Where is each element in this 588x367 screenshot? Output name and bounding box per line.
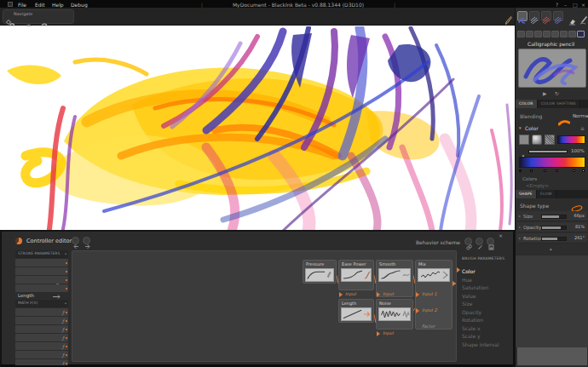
brush-param-shape-interval[interactable]: Shape interval xyxy=(462,341,511,348)
brush-preview-box[interactable] xyxy=(518,49,586,88)
opacity-slider[interactable] xyxy=(541,226,567,230)
gradient-editor-bar[interactable] xyxy=(519,157,585,168)
brush-slot-3[interactable] xyxy=(541,11,551,21)
pan-hand-tool-icon[interactable] xyxy=(26,17,32,24)
gradient-stop-black[interactable] xyxy=(519,169,522,172)
gradient-stop-blue[interactable] xyxy=(530,169,533,172)
brush-thumbnail-7[interactable] xyxy=(568,31,576,37)
painting-artwork[interactable] xyxy=(0,26,515,230)
size-expand-icon[interactable]: ▸ xyxy=(519,215,521,218)
brush-param-rotation[interactable]: Rotation xyxy=(462,316,511,324)
brush-pen-tool-icon[interactable] xyxy=(504,13,512,22)
math-fn-frac[interactable]: Fracƒ xyxy=(15,351,68,358)
output-dot xyxy=(66,312,67,313)
factor-port[interactable]: Factor xyxy=(416,324,435,329)
gradient-stop-magenta[interactable] xyxy=(556,169,558,172)
stroke-param-length[interactable]: Length xyxy=(15,284,68,292)
stroke-parameters-header[interactable]: STROKE PARAMETERS▴ xyxy=(15,250,68,258)
node-length[interactable]: Length xyxy=(338,299,374,323)
gradient-stop-orange[interactable] xyxy=(573,169,575,172)
brush-thumbnail-6[interactable] xyxy=(560,31,568,37)
rotation-expand-icon[interactable]: ▸ xyxy=(519,237,521,240)
brush-thumbnail-1[interactable] xyxy=(517,31,525,37)
behavior-edit-button[interactable] xyxy=(476,238,483,245)
input2-port[interactable]: Input 2 xyxy=(416,307,437,313)
size-slider[interactable] xyxy=(541,215,567,219)
math-fn-abs[interactable]: Absƒ xyxy=(15,334,68,341)
opacity-param-row: ▸ Opacity 81% xyxy=(517,222,587,232)
color-section-collapse-icon[interactable]: ▾ xyxy=(519,125,522,131)
tab-color[interactable]: COLOR xyxy=(516,100,538,108)
rotate-view-tool-icon[interactable] xyxy=(41,17,49,24)
tab-color-shifting[interactable]: COLOR SHIFTING xyxy=(538,100,580,108)
color-list-icon[interactable]: ≡ xyxy=(580,124,585,132)
blending-mode-value[interactable]: Normal xyxy=(573,112,588,119)
preview-reset-icon[interactable]: ↻ xyxy=(555,89,559,97)
brush-slot-4[interactable] xyxy=(553,11,563,21)
controller-close-button[interactable]: × xyxy=(499,232,503,239)
math-fn-ease-power[interactable]: Ease Powerƒ xyxy=(15,317,68,324)
behavior-save-button[interactable] xyxy=(487,238,494,245)
opacity-expand-icon[interactable]: ▸ xyxy=(519,226,521,229)
controller-prev-button[interactable] xyxy=(72,237,79,244)
pressure-curve-thumbnail xyxy=(305,268,334,282)
stroke-param-speed[interactable]: Speed xyxy=(15,267,68,275)
node-pressure[interactable]: Pressure xyxy=(303,260,337,284)
brush-thumbnail-2[interactable] xyxy=(526,31,533,37)
noise-texture-mode-icon[interactable] xyxy=(545,135,555,145)
brush-slot-2[interactable] xyxy=(529,11,539,21)
input-port[interactable]: Input xyxy=(377,291,394,296)
app-menu-icon[interactable] xyxy=(8,2,13,7)
input1-port[interactable]: Input 1 xyxy=(416,291,437,296)
brush-param-hue[interactable]: Hue xyxy=(462,276,511,284)
brush-thumbnail-4[interactable] xyxy=(543,31,551,37)
brush-thumbnail-3[interactable] xyxy=(534,31,542,37)
controller-next-button[interactable] xyxy=(83,237,90,244)
math-fns-header[interactable]: MATH F(X)▴ xyxy=(15,300,68,307)
math-fn-sinus[interactable]: Sinusƒ xyxy=(15,325,68,333)
brush-param-value[interactable]: Value xyxy=(462,292,511,300)
node-ease-power[interactable]: Ease Power Input xyxy=(338,260,374,290)
stroke-param-time[interactable]: Time xyxy=(15,276,68,284)
math-fn-exp[interactable]: Expƒ xyxy=(15,359,68,365)
node-mix[interactable]: Mix Input 1 Input 2 Factor xyxy=(415,260,453,330)
controller-sidebar: STROKE PARAMETERS▴ Pressure Speed Time L… xyxy=(15,250,68,365)
mix-node-icon xyxy=(442,269,449,281)
canvas-area[interactable]: Navigate xyxy=(0,8,515,230)
stroke-param-pressure[interactable]: Pressure xyxy=(15,259,68,267)
brush-param-opacity[interactable]: Opacity xyxy=(462,308,511,316)
node-smooth[interactable]: Smooth Input Factor xyxy=(376,260,413,297)
node-graph-area[interactable]: Pressure Ease Power Input Smooth xyxy=(72,250,457,362)
tab-flow[interactable]: FLOW xyxy=(537,190,556,198)
brush-param-saturation[interactable]: Saturation xyxy=(462,284,511,291)
brush-param-size[interactable]: Size xyxy=(462,300,511,307)
input-port[interactable]: Input xyxy=(377,330,394,335)
behavior-link-button[interactable] xyxy=(464,238,472,245)
shape-ellipse-icon[interactable] xyxy=(570,200,584,209)
eraser-tool-icon[interactable] xyxy=(568,13,576,20)
shape-collapse-icon[interactable]: ▴ xyxy=(550,246,552,252)
math-fn-floor[interactable]: Floorƒ xyxy=(15,342,68,350)
gradient-stop-yellow[interactable] xyxy=(582,169,585,172)
flat-color-mode-icon[interactable] xyxy=(519,135,529,145)
brush-thumbnail-8[interactable] xyxy=(577,31,585,37)
brush-slot-1[interactable] xyxy=(517,11,527,21)
rotation-slider[interactable] xyxy=(541,237,567,241)
gradient-stop-purple[interactable] xyxy=(544,169,546,172)
gradient-preview-small[interactable] xyxy=(557,135,585,144)
brush-param-scale-y[interactable]: Scale y xyxy=(462,332,511,340)
math-fn-ease-cubic[interactable]: Ease Cubicƒ xyxy=(15,308,68,316)
tab-shape[interactable]: SHAPE xyxy=(516,190,537,198)
node-noise[interactable]: Noise Input xyxy=(376,299,413,330)
blending-stroke-swatch[interactable] xyxy=(558,113,570,119)
input-port[interactable]: Input xyxy=(339,291,356,296)
sphere-shading-mode-icon[interactable] xyxy=(532,135,542,145)
alpha-slider[interactable] xyxy=(528,150,568,153)
airbrush-tool-icon[interactable] xyxy=(579,12,588,21)
brush-param-scale-x[interactable]: Scale x xyxy=(462,324,511,332)
controller-title: Controller editor xyxy=(26,237,72,245)
brush-thumbnail-5[interactable] xyxy=(551,31,559,37)
brush-param-color[interactable]: Color xyxy=(462,267,511,275)
zoom-tool-icon[interactable] xyxy=(9,17,16,24)
preview-play-button[interactable]: ▶ xyxy=(543,89,547,97)
